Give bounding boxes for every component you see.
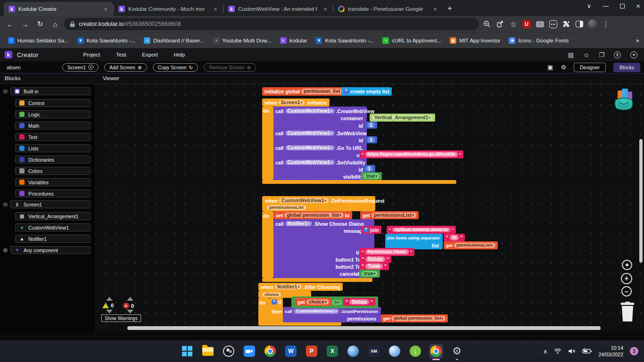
- taskbar-clock[interactable]: 10:14 24/03/2022: [598, 345, 623, 358]
- vertical-arrangement1-block[interactable]: Vertical_Arrangement1▾: [370, 114, 435, 122]
- block-field[interactable]: 1: [367, 123, 375, 128]
- when-screen1-bottom[interactable]: [262, 180, 456, 184]
- xmplay-icon[interactable]: XM: [367, 344, 381, 358]
- warning-count-down-icon[interactable]: [106, 310, 113, 313]
- block-field[interactable]: permissionsList▾: [372, 213, 416, 218]
- string-newline[interactable]: "\n": [444, 234, 465, 241]
- obs-icon[interactable]: [222, 344, 236, 358]
- browser-tab[interactable]: kKodular Community - Much mor×: [114, 2, 223, 16]
- bookmark-item[interactable]: ◔Youtube Multi Dow...: [209, 36, 274, 45]
- account-icon[interactable]: ●: [630, 51, 637, 58]
- block-field[interactable]: Setuju: [349, 299, 369, 305]
- add-screen-button[interactable]: Add Screen⊕: [104, 63, 147, 72]
- extension-two-dots-icon[interactable]: [548, 19, 558, 29]
- zoom-in-button[interactable]: +: [621, 273, 632, 284]
- error-count-down-icon[interactable]: [127, 310, 133, 313]
- vertical-scrollbar[interactable]: [639, 139, 643, 263]
- bookmark-item[interactable]: kkodular: [277, 36, 311, 45]
- block-field[interactable]: Notifier1▾: [275, 284, 302, 290]
- if-header[interactable]: *if: [271, 298, 282, 305]
- arg-title[interactable]: title: [273, 249, 366, 256]
- string-setuju[interactable]: "Setuju": [359, 255, 391, 263]
- when-screen1-do-column[interactable]: [262, 107, 273, 180]
- block-field[interactable]: choice: [262, 292, 281, 297]
- when-screen1-header[interactable]: whenScreen1▾.Initialize: [262, 99, 330, 107]
- project-settings-gear-icon[interactable]: ⚙: [561, 64, 566, 71]
- documentation-icon[interactable]: ❐: [599, 51, 604, 58]
- sidebar-item-variables[interactable]: Variables: [15, 178, 91, 186]
- arg-container[interactable]: container: [273, 115, 364, 122]
- export-project-icon[interactable]: ▤: [568, 51, 574, 58]
- block-field[interactable]: https://egov.sawahluntokota.go.id/mobile: [365, 152, 458, 156]
- start-icon[interactable]: [180, 344, 194, 358]
- when-permissionrequest-header[interactable]: whenCustomWebView1▾.OnPermissionRequest: [264, 197, 386, 204]
- screen-selector-button[interactable]: Screen1▾: [62, 63, 99, 72]
- bookmark-overflow-icon[interactable]: »: [636, 37, 639, 44]
- sidebar-item-any-component[interactable]: ✳Any component: [10, 246, 91, 254]
- copy-screen-button[interactable]: Copy Screen↻: [153, 63, 198, 72]
- volume-muted-icon[interactable]: [568, 348, 576, 354]
- join-block[interactable]: *join: [361, 226, 381, 234]
- param-permissionslist[interactable]: permissionsList: [266, 205, 307, 211]
- feedback-icon[interactable]: ☺: [583, 51, 589, 58]
- warning-count-up-icon[interactable]: [106, 297, 113, 301]
- block-field[interactable]: Notifier1▾: [285, 221, 312, 227]
- sidebar-item-control[interactable]: Control: [15, 99, 91, 107]
- call-grantpermission[interactable]: callCustomWebView1▾.GrantPermission: [284, 308, 379, 315]
- block-field[interactable]: permissionsList▾: [454, 243, 495, 247]
- when-permreq-do-column[interactable]: [262, 211, 273, 278]
- sidebar-item-built-in[interactable]: ▦Built in: [10, 87, 91, 95]
- join-items-label[interactable]: join items using separator: [386, 235, 441, 241]
- block-field[interactable]: CustomWebView1▾: [285, 145, 335, 151]
- block-field[interactable]: CustomWebView1▾: [285, 131, 335, 136]
- param-choice[interactable]: choice: [261, 292, 282, 297]
- sidebar-item-math[interactable]: Math: [15, 122, 91, 130]
- forward-button[interactable]: →: [19, 18, 31, 30]
- home-button[interactable]: ⌂: [49, 18, 61, 30]
- battery-charging-icon[interactable]: [582, 348, 592, 354]
- kodular-logo-icon[interactable]: k: [5, 51, 12, 58]
- blue-orb-app-icon[interactable]: [388, 344, 402, 358]
- excel-icon[interactable]: X: [325, 344, 339, 358]
- call-gotourl[interactable]: callCustomWebView1▾.Go To URL: [274, 144, 364, 151]
- warning-counter[interactable]: 0: [102, 303, 114, 308]
- idm-icon[interactable]: ↓: [408, 344, 422, 358]
- call-createwebview[interactable]: callCustomWebView1▾.CreateWebView: [274, 107, 375, 115]
- arg-id-1[interactable]: id: [273, 123, 364, 129]
- number-1-block[interactable]: 1: [365, 136, 377, 143]
- do-label[interactable]: do: [262, 213, 270, 219]
- remove-screen-button[interactable]: Remove Screen⊗: [204, 63, 256, 72]
- bookmark-item[interactable]: ✱Icons - Google Fonts: [505, 36, 572, 45]
- block-field[interactable]: Screen1▾: [279, 100, 305, 106]
- horizontal-scrollbar[interactable]: [127, 326, 601, 330]
- arg-cancelable[interactable]: cancelable: [273, 271, 366, 277]
- window-minimize-button[interactable]: —: [603, 2, 609, 9]
- window-menu-chevron-icon[interactable]: ∨: [587, 2, 592, 9]
- block-field[interactable]: CustomWebView1▾: [279, 198, 329, 204]
- call-setwebview[interactable]: callCustomWebView1▾.SetWebView: [274, 130, 368, 137]
- bookmark-item[interactable]: fHumas Setdako Sa...: [5, 36, 72, 45]
- bookmark-star-icon[interactable]: ☆: [508, 19, 519, 29]
- block-field[interactable]: CustomWebView1▾: [294, 309, 339, 313]
- sidebar-item-screen1[interactable]: ▯Screen1: [10, 200, 91, 208]
- blocks-tab-button[interactable]: Blocks: [613, 63, 640, 72]
- menu-export[interactable]: Export: [142, 52, 157, 58]
- profile-avatar[interactable]: [587, 19, 598, 29]
- arg-permissions[interactable]: permissions: [283, 315, 377, 322]
- get-permissionslist-block[interactable]: getpermissionsList▾: [444, 241, 498, 249]
- mutator-gear-icon[interactable]: *: [272, 299, 277, 304]
- extensions-puzzle-icon[interactable]: [561, 19, 571, 29]
- zoom-out-button[interactable]: −: [621, 286, 632, 296]
- ublock-extension-icon[interactable]: U: [521, 19, 532, 29]
- call-setvisibility[interactable]: callCustomWebView1▾.SetVisibility: [274, 159, 366, 166]
- sidebar-item-colors[interactable]: Colors: [15, 167, 91, 175]
- string-permintaan-akses[interactable]: "Permintaan Akses": [359, 248, 414, 256]
- block-field[interactable]: permissionsList: [267, 205, 306, 210]
- block-field[interactable]: global permission_list▾: [391, 316, 446, 321]
- menu-test[interactable]: Test: [116, 52, 126, 58]
- share-icon[interactable]: [495, 19, 505, 29]
- block-field[interactable]: permission_list: [301, 89, 342, 94]
- sidebar-item-notifier1[interactable]: ▲Notifier1: [15, 235, 91, 243]
- reload-button[interactable]: ↻: [34, 18, 46, 30]
- block-field[interactable]: CustomWebView1▾: [285, 160, 335, 165]
